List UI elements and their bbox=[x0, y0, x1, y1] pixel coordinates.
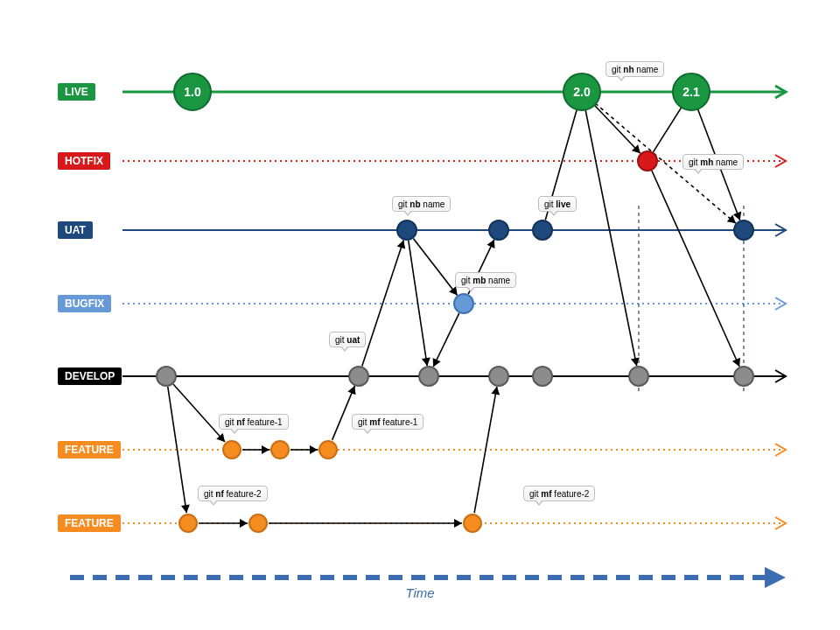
release-2.0: 2.0 bbox=[563, 73, 601, 111]
node-f2c bbox=[463, 514, 482, 533]
node-d5 bbox=[628, 366, 649, 387]
node-d6 bbox=[733, 366, 754, 387]
svg-marker-10 bbox=[262, 445, 270, 454]
svg-line-13 bbox=[332, 386, 355, 440]
cmd-label: git nf feature-2 bbox=[198, 486, 268, 501]
svg-line-7 bbox=[173, 384, 225, 442]
cmd-label: git nf feature-1 bbox=[219, 414, 289, 430]
node-f1a bbox=[222, 440, 242, 459]
cmd-label: git uat bbox=[329, 332, 366, 347]
lane-label-hotfix: HOTFIX bbox=[58, 152, 110, 170]
cmd-label: git mf feature-2 bbox=[523, 486, 595, 501]
node-f2a bbox=[178, 514, 198, 533]
svg-marker-32 bbox=[422, 357, 430, 366]
svg-line-29 bbox=[433, 313, 459, 367]
node-h0 bbox=[637, 150, 658, 172]
svg-marker-26 bbox=[449, 286, 457, 295]
node-f1c bbox=[318, 440, 338, 459]
time-axis-label: Time bbox=[0, 585, 840, 600]
lane-label-feature2: FEATURE bbox=[58, 514, 121, 532]
svg-line-21 bbox=[474, 387, 497, 513]
node-d3 bbox=[488, 366, 509, 387]
cmd-label: git nh name bbox=[606, 61, 664, 77]
cmd-label: git live bbox=[538, 196, 577, 212]
cmd-label: git mb name bbox=[455, 272, 516, 288]
lane-label-bugfix: BUGFIX bbox=[58, 295, 111, 312]
svg-marker-48 bbox=[727, 215, 736, 224]
lane-label-develop: DEVELOP bbox=[58, 368, 122, 385]
svg-marker-18 bbox=[240, 519, 248, 528]
svg-marker-36 bbox=[631, 357, 640, 366]
node-u1 bbox=[488, 220, 509, 241]
node-d2 bbox=[418, 366, 439, 387]
cmd-label: git mh name bbox=[682, 154, 744, 170]
node-u0 bbox=[396, 220, 417, 241]
lane-label-feature1: FEATURE bbox=[58, 441, 121, 458]
node-u3 bbox=[733, 220, 754, 241]
svg-marker-20 bbox=[454, 519, 462, 528]
release-2.1: 2.1 bbox=[672, 73, 710, 111]
svg-marker-22 bbox=[491, 387, 500, 396]
node-f1b bbox=[270, 440, 290, 459]
svg-marker-16 bbox=[181, 504, 190, 513]
svg-line-23 bbox=[362, 240, 403, 366]
svg-line-37 bbox=[589, 100, 640, 154]
node-u2 bbox=[532, 220, 553, 241]
node-d0 bbox=[156, 366, 177, 387]
node-d1 bbox=[348, 366, 369, 387]
svg-marker-12 bbox=[310, 445, 318, 454]
lane-label-live: LIVE bbox=[58, 83, 95, 101]
cmd-label: git nb name bbox=[392, 196, 451, 212]
lane-label-uat: UAT bbox=[58, 221, 93, 239]
cmd-label: git mf feature-1 bbox=[352, 414, 424, 430]
release-1.0: 1.0 bbox=[173, 73, 212, 111]
svg-line-31 bbox=[409, 241, 427, 366]
svg-line-25 bbox=[413, 238, 457, 295]
node-d4 bbox=[532, 366, 553, 387]
node-b0 bbox=[453, 293, 474, 314]
node-f2b bbox=[248, 514, 268, 533]
svg-line-41 bbox=[652, 171, 739, 367]
